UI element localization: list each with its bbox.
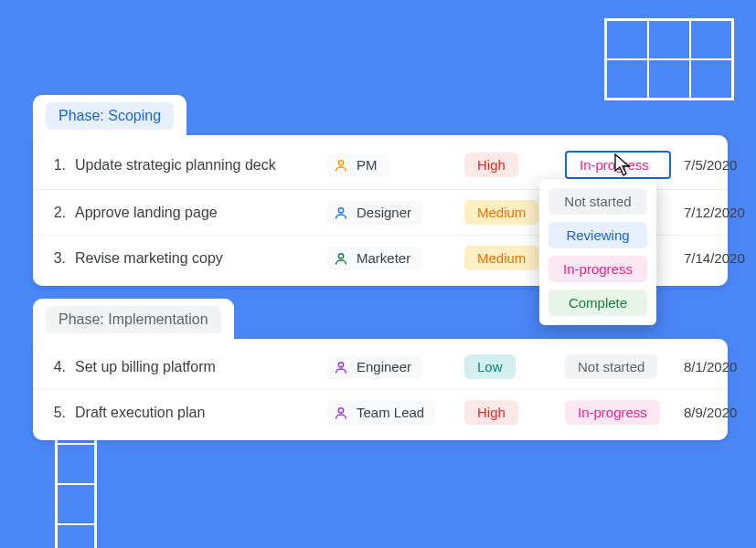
dropdown-option-in-progress[interactable]: In-progress <box>548 256 647 282</box>
svg-point-2 <box>338 253 343 258</box>
role-label: PM <box>357 157 378 173</box>
role-chip[interactable]: PM <box>327 153 389 177</box>
svg-point-0 <box>338 160 343 164</box>
priority-pill[interactable]: High <box>464 400 518 425</box>
task-name: Draft execution plan <box>71 405 327 421</box>
person-icon <box>333 359 349 375</box>
phase-tab[interactable]: Phase: Scoping <box>33 95 186 142</box>
status-cell[interactable]: In-progress <box>565 400 684 425</box>
decorative-grid-top <box>604 18 734 100</box>
role-chip[interactable]: Designer <box>327 201 422 225</box>
task-name: Revise marketing copy <box>71 250 327 267</box>
priority-pill[interactable]: Low <box>464 354 516 379</box>
row-number: 2. <box>38 205 71 221</box>
due-date: 7/5/2020 <box>684 157 744 173</box>
task-name: Set up billing platform <box>71 359 327 375</box>
person-icon <box>333 205 349 221</box>
due-date: 7/12/2020 <box>684 205 752 220</box>
svg-point-4 <box>338 407 343 412</box>
task-name: Update strategic planning deck <box>71 157 327 174</box>
priority-pill[interactable]: Medium <box>464 200 538 225</box>
svg-point-3 <box>338 362 343 366</box>
row-number: 4. <box>38 359 71 375</box>
phase-label: Phase: Scoping <box>46 102 174 130</box>
dropdown-option-complete[interactable]: Complete <box>548 290 647 316</box>
role-label: Designer <box>357 205 411 220</box>
dropdown-option-reviewing[interactable]: Reviewing <box>548 222 647 248</box>
table-row[interactable]: 5. Draft execution plan Team Lead High I… <box>33 389 728 435</box>
task-card: 4. Set up billing platform Engineer Low … <box>33 339 728 440</box>
dropdown-option-not-started[interactable]: Not started <box>548 188 647 215</box>
status-pill[interactable]: In-progress <box>565 400 660 425</box>
role-chip[interactable]: Marketer <box>327 247 421 270</box>
role-chip[interactable]: Engineer <box>327 355 422 379</box>
person-icon <box>333 250 349 267</box>
role-label: Team Lead <box>357 405 424 420</box>
task-name: Approve landing page <box>71 205 327 221</box>
person-icon <box>333 157 349 174</box>
due-date: 7/14/2020 <box>684 250 752 266</box>
role-label: Engineer <box>357 359 411 374</box>
cursor-icon <box>614 153 633 177</box>
row-number: 5. <box>38 405 71 421</box>
status-pill[interactable]: Not started <box>565 354 657 379</box>
priority-pill[interactable]: High <box>464 153 518 177</box>
phase-label: Phase: Implementation <box>46 306 221 333</box>
due-date: 8/9/2020 <box>684 405 744 420</box>
row-number: 1. <box>38 157 71 174</box>
svg-point-1 <box>338 207 343 212</box>
due-date: 8/1/2020 <box>684 359 744 374</box>
phase-tab[interactable]: Phase: Implementation <box>33 299 234 346</box>
status-dropdown[interactable]: Not started Reviewing In-progress Comple… <box>539 179 656 325</box>
person-icon <box>333 405 349 421</box>
priority-pill[interactable]: Medium <box>464 246 538 270</box>
role-chip[interactable]: Team Lead <box>327 401 435 425</box>
row-number: 3. <box>38 250 71 267</box>
role-label: Marketer <box>357 250 410 266</box>
table-row[interactable]: 4. Set up billing platform Engineer Low … <box>33 344 728 389</box>
status-cell[interactable]: Not started <box>565 354 684 379</box>
